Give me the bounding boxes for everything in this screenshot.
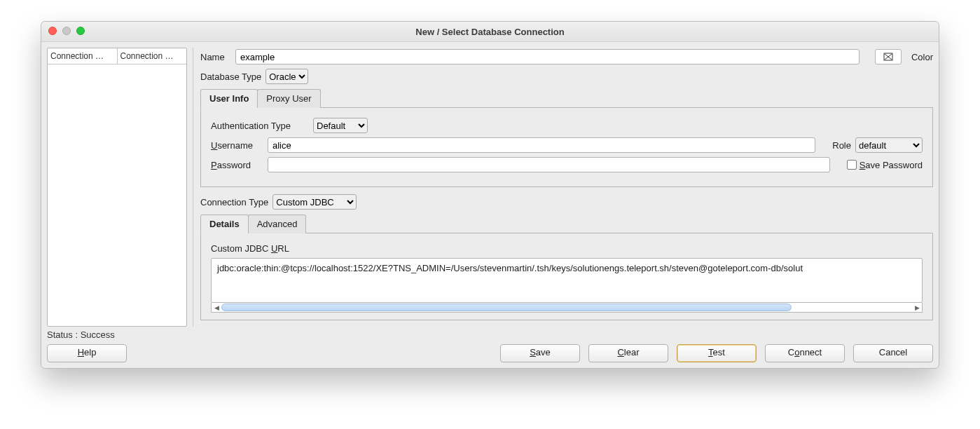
cancel-button[interactable]: Cancel — [853, 344, 933, 362]
jdbc-url-field[interactable]: jdbc:oracle:thin:@tcps://localhost:1522/… — [211, 258, 923, 303]
role-select[interactable]: default — [855, 137, 923, 153]
connection-type-select[interactable]: Custom JDBC — [272, 194, 357, 210]
scrollbar-thumb[interactable] — [221, 304, 792, 311]
tab-details[interactable]: Details — [200, 214, 249, 233]
window-close-button[interactable] — [48, 27, 57, 35]
connection-type-label: Connection Type — [200, 197, 268, 207]
username-label: Username — [211, 140, 263, 151]
save-button[interactable]: Save — [500, 344, 580, 362]
color-label: Color — [911, 52, 933, 62]
test-button[interactable]: Test — [677, 344, 757, 362]
database-type-label: Database Type — [200, 72, 261, 82]
scroll-right-arrow-icon: ▶ — [913, 304, 921, 311]
status-text: Status : Success — [47, 327, 933, 344]
name-field[interactable] — [235, 49, 860, 64]
save-password-label: Save Password — [860, 160, 923, 170]
window-title: New / Select Database Connection — [41, 27, 939, 37]
password-label: Password — [211, 160, 263, 170]
authentication-type-select[interactable]: Default — [313, 118, 368, 133]
color-picker-icon — [883, 53, 893, 61]
window-minimize-button[interactable] — [62, 27, 71, 35]
jdbc-url-label: Custom JDBC URL — [211, 243, 923, 254]
connection-list-header-a: Connection … — [48, 48, 118, 64]
tab-user-info[interactable]: User Info — [200, 89, 258, 108]
password-field[interactable] — [268, 157, 830, 172]
connection-list-header-b: Connection … — [118, 48, 187, 64]
connection-list[interactable]: Connection … Connection … — [47, 48, 187, 327]
titlebar: New / Select Database Connection — [41, 22, 939, 42]
window-zoom-button[interactable] — [76, 27, 85, 35]
authentication-type-label: Authentication Type — [211, 121, 309, 131]
save-password-checkbox[interactable] — [847, 160, 857, 170]
help-button[interactable]: Help — [47, 344, 127, 362]
username-field[interactable] — [268, 137, 815, 153]
scroll-left-arrow-icon: ◀ — [212, 304, 221, 311]
database-type-select[interactable]: Oracle — [265, 69, 308, 84]
clear-button[interactable]: Clear — [588, 344, 668, 362]
role-label: Role — [832, 140, 851, 151]
color-button[interactable] — [875, 49, 902, 64]
tab-advanced[interactable]: Advanced — [248, 214, 307, 233]
jdbc-url-horizontal-scrollbar[interactable]: ◀ ▶ — [211, 303, 923, 313]
name-label: Name — [200, 52, 231, 62]
tab-proxy-user[interactable]: Proxy User — [257, 89, 320, 108]
connect-button[interactable]: Connect — [765, 344, 845, 362]
